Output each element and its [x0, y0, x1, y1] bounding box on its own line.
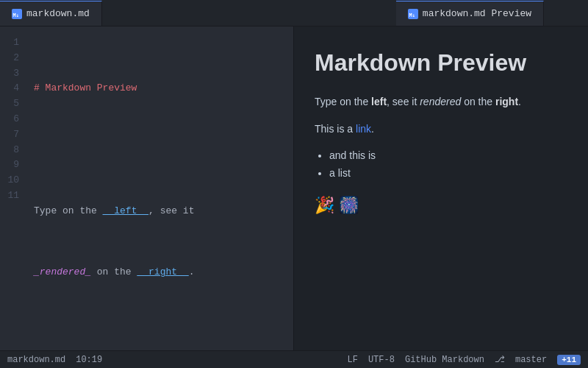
status-filename: markdown.md: [7, 355, 65, 365]
status-left: markdown.md 10:19: [7, 355, 102, 365]
editor-pane: 1 2 3 4 5 6 7 8 9 10 11 # Markdown Previ…: [0, 26, 294, 350]
status-position: 10:19: [76, 355, 102, 365]
preview-p2: This is a link.: [315, 121, 567, 137]
md-icon-preview: M↓: [408, 9, 418, 19]
code-line-2: [34, 143, 286, 158]
tab-preview-label: markdown.md Preview: [423, 8, 531, 19]
line1-text: # Markdown Preview: [34, 81, 137, 96]
line-numbers: 1 2 3 4 5 6 7 8 9 10 11: [0, 26, 26, 350]
svg-text:M↓: M↓: [409, 12, 415, 18]
code-line-4: _rendered_ on the __right__.: [34, 265, 286, 280]
preview-pane: Markdown Preview Type on the left, see i…: [294, 26, 588, 350]
code-line-1: # Markdown Preview: [34, 81, 286, 96]
preview-p1-pre: Type on the: [315, 96, 371, 107]
tab-editor-label: markdown.md: [26, 8, 90, 19]
status-lineending[interactable]: LF: [348, 355, 358, 365]
preview-list: and this is a list: [329, 147, 567, 182]
preview-p1-end: .: [518, 96, 521, 107]
code-area[interactable]: # Markdown Preview Type on the __left__,…: [26, 26, 293, 350]
line3-bold1: __left__: [103, 204, 148, 219]
tab-preview[interactable]: M↓ markdown.md Preview: [396, 1, 544, 26]
status-encoding[interactable]: UTF-8: [368, 355, 395, 365]
preview-p1-mid: , see it: [387, 96, 420, 107]
preview-p1-bold1: left: [371, 96, 387, 107]
status-right: LF UTF-8 GitHub Markdown ⎇ master +11: [348, 354, 581, 365]
preview-p1-bold2: right: [495, 96, 518, 107]
status-badge[interactable]: +11: [557, 355, 581, 365]
main-content: 1 2 3 4 5 6 7 8 9 10 11 # Markdown Previ…: [0, 26, 588, 350]
svg-text:M↓: M↓: [13, 12, 19, 18]
status-branch[interactable]: master: [515, 355, 547, 365]
code-line-5: [34, 326, 286, 342]
preview-emoji: 🎉 🎆: [315, 192, 567, 218]
line4-text1: on the: [91, 265, 137, 280]
line3-text1: Type on the: [34, 204, 103, 219]
git-branch-icon: ⎇: [495, 354, 505, 365]
status-grammar[interactable]: GitHub Markdown: [405, 355, 484, 365]
preview-p2-pre: This is a: [315, 123, 356, 135]
line3-text2: , see it: [148, 204, 194, 219]
preview-p2-end: .: [371, 123, 374, 135]
line4-text2: .: [189, 265, 195, 280]
line4-bold: __right__: [137, 265, 188, 280]
preview-p1-italic: rendered: [420, 96, 461, 107]
preview-p1-post: on the: [461, 96, 495, 107]
tab-editor[interactable]: M↓ markdown.md: [0, 1, 102, 26]
code-line-3: Type on the __left__, see it: [34, 204, 286, 219]
editor-content[interactable]: 1 2 3 4 5 6 7 8 9 10 11 # Markdown Previ…: [0, 26, 293, 350]
preview-p2-link[interactable]: link: [356, 123, 371, 135]
preview-h1: Markdown Preview: [315, 44, 567, 82]
list-item-2: a list: [329, 165, 567, 181]
md-icon-editor: M↓: [12, 9, 22, 19]
preview-p1: Type on the left, see it rendered on the…: [315, 93, 567, 110]
list-item-1: and this is: [329, 147, 567, 163]
tab-bar: M↓ markdown.md M↓ markdown.md Preview: [0, 0, 588, 26]
status-bar: markdown.md 10:19 LF UTF-8 GitHub Markdo…: [0, 350, 588, 368]
line4-italic: _rendered_: [34, 265, 91, 280]
